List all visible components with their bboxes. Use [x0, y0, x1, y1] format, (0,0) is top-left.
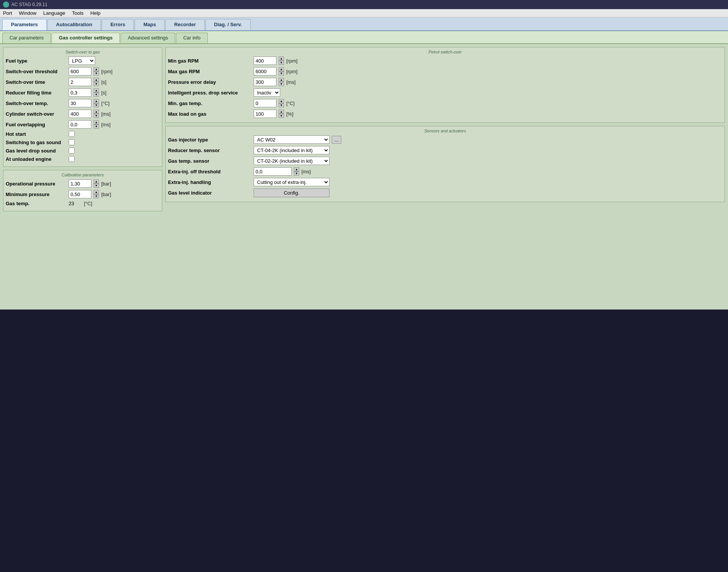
- pressure-error-delay-spin[interactable]: ▲ ▼: [279, 78, 284, 86]
- reducer-filling-time-input[interactable]: [69, 88, 91, 97]
- switch-over-threshold-input[interactable]: 600: [69, 67, 91, 75]
- extra-inj-off-threshold-spin[interactable]: ▲ ▼: [294, 167, 299, 176]
- gas-level-indicator-config-button[interactable]: Config.: [254, 189, 329, 197]
- subtab-car-parameters[interactable]: Car parameters: [2, 33, 51, 43]
- menu-window[interactable]: Window: [19, 10, 36, 16]
- gas-injector-type-row: Gas injector type AC W02 ...: [168, 135, 722, 144]
- switch-over-temp-input[interactable]: [69, 99, 91, 107]
- menu-port[interactable]: Port: [3, 10, 12, 16]
- min-gas-temp-input[interactable]: [254, 99, 276, 107]
- menu-help[interactable]: Help: [90, 10, 100, 16]
- max-load-on-gas-input[interactable]: [254, 110, 276, 118]
- intelligent-press-drop-select[interactable]: Inactiv Active: [254, 88, 280, 97]
- minimum-pressure-spin[interactable]: ▲ ▼: [94, 190, 99, 198]
- subtab-gas-controller-settings[interactable]: Gas controller settings: [52, 33, 120, 43]
- fuel-overlapping-spin[interactable]: ▲ ▼: [94, 120, 99, 129]
- min-gas-rpm-up[interactable]: ▲: [279, 57, 284, 61]
- menu-tools[interactable]: Tools: [72, 10, 83, 16]
- reducer-filling-time-dn[interactable]: ▼: [94, 93, 99, 97]
- pressure-error-delay-up[interactable]: ▲: [279, 78, 284, 82]
- min-gas-rpm-dn[interactable]: ▼: [279, 61, 284, 65]
- operational-pressure-dn[interactable]: ▼: [94, 184, 99, 188]
- cylinder-switch-over-spin[interactable]: ▲ ▼: [94, 110, 99, 118]
- switch-over-temp-up[interactable]: ▲: [94, 99, 99, 103]
- max-gas-rpm-input[interactable]: [254, 67, 276, 75]
- tab-parameters[interactable]: Parameters: [2, 19, 47, 30]
- gas-temp-sensor-select[interactable]: CT-02-2K (included in kit) CT-04-2K (inc…: [254, 157, 329, 165]
- min-gas-temp-spin[interactable]: ▲ ▼: [279, 99, 284, 107]
- operational-pressure-input[interactable]: [69, 179, 91, 188]
- cylinder-switch-over-dn[interactable]: ▼: [94, 114, 99, 118]
- gas-injector-type-dots-button[interactable]: ...: [332, 136, 341, 144]
- hot-start-label: Hot start: [6, 131, 66, 137]
- switch-over-threshold-dn[interactable]: ▼: [94, 71, 99, 75]
- at-unloaded-engine-checkbox[interactable]: [69, 156, 75, 162]
- minimum-pressure-label: Minimum pressure: [6, 192, 66, 197]
- extra-inj-off-threshold-dn[interactable]: ▼: [294, 171, 299, 176]
- subtab-car-info[interactable]: Car info: [176, 33, 208, 43]
- max-load-on-gas-dn[interactable]: ▼: [279, 114, 284, 118]
- reducer-filling-time-up[interactable]: ▲: [94, 88, 99, 93]
- max-gas-rpm-up[interactable]: ▲: [279, 67, 284, 71]
- switch-over-temp-row: Switch-over temp. ▲ ▼ [°C]: [6, 99, 160, 107]
- pressure-error-delay-input[interactable]: [254, 78, 276, 86]
- min-gas-temp-up[interactable]: ▲: [279, 99, 284, 103]
- sensors-and-actuators-section: Sensors and actuators Gas injector type …: [165, 126, 725, 202]
- tab-autocalibration[interactable]: Autocalibration: [47, 19, 101, 30]
- calibration-parameters-section: Calibration parameters Operational press…: [3, 170, 162, 211]
- fuel-overlapping-up[interactable]: ▲: [94, 120, 99, 124]
- max-gas-rpm-row: Max gas RPM ▲ ▼ [rpm]: [168, 67, 722, 75]
- switch-over-threshold-spin[interactable]: ▲ ▼: [94, 67, 99, 75]
- hot-start-checkbox[interactable]: [69, 131, 75, 137]
- gas-temp-row: Gas temp. 23 [°C]: [6, 201, 160, 206]
- max-load-on-gas-unit: [%]: [286, 111, 293, 117]
- switch-over-time-up[interactable]: ▲: [94, 78, 99, 82]
- extra-inj-off-threshold-up[interactable]: ▲: [294, 167, 299, 171]
- fuel-type-select[interactable]: LPG CNG: [69, 57, 95, 65]
- cylinder-switch-over-input[interactable]: [69, 110, 91, 118]
- cylinder-switch-over-up[interactable]: ▲: [94, 110, 99, 114]
- max-load-on-gas-spin[interactable]: ▲ ▼: [279, 110, 284, 118]
- minimum-pressure-dn[interactable]: ▼: [94, 194, 99, 198]
- operational-pressure-spin[interactable]: ▲ ▼: [94, 179, 99, 188]
- switch-over-time-spin[interactable]: ▲ ▼: [94, 78, 99, 86]
- operational-pressure-up[interactable]: ▲: [94, 179, 99, 184]
- minimum-pressure-input[interactable]: [69, 190, 91, 198]
- min-gas-rpm-spin[interactable]: ▲ ▼: [279, 57, 284, 65]
- extra-inj-off-threshold-input[interactable]: [254, 167, 292, 176]
- max-gas-rpm-dn[interactable]: ▼: [279, 71, 284, 75]
- reducer-filling-time-spin[interactable]: ▲ ▼: [94, 88, 99, 97]
- switch-over-temp-spin[interactable]: ▲ ▼: [94, 99, 99, 107]
- gas-level-drop-sound-checkbox[interactable]: [69, 148, 75, 154]
- switch-over-temp-dn[interactable]: ▼: [94, 103, 99, 107]
- gas-injector-type-select[interactable]: AC W02: [254, 135, 329, 144]
- min-gas-rpm-unit: [rpm]: [286, 58, 298, 64]
- menu-language[interactable]: Language: [43, 10, 65, 16]
- switching-gas-sound-checkbox[interactable]: [69, 139, 75, 145]
- min-gas-temp-unit: [°C]: [286, 101, 295, 106]
- switch-over-time-input[interactable]: [69, 78, 91, 86]
- minimum-pressure-up[interactable]: ▲: [94, 190, 99, 194]
- subtab-advanced-settings[interactable]: Advanced settings: [121, 33, 175, 43]
- max-gas-rpm-spin[interactable]: ▲ ▼: [279, 67, 284, 75]
- reducer-temp-sensor-select[interactable]: CT-04-2K (included in kit) CT-02-2K (inc…: [254, 146, 329, 154]
- pressure-error-delay-dn[interactable]: ▼: [279, 82, 284, 86]
- tab-diag-serv[interactable]: Diag. / Serv.: [206, 19, 251, 30]
- extra-inj-handling-select[interactable]: Cutting out of extra-inj. Other: [254, 178, 329, 186]
- minimum-pressure-unit: [bar]: [101, 192, 111, 197]
- left-panel: Switch-over to gas Fuel type LPG CNG Swi…: [3, 47, 162, 306]
- max-load-on-gas-up[interactable]: ▲: [279, 110, 284, 114]
- fuel-overlapping-input[interactable]: [69, 120, 91, 129]
- max-load-on-gas-label: Max load on gas: [168, 111, 251, 117]
- tab-errors[interactable]: Errors: [102, 19, 134, 30]
- min-gas-rpm-input[interactable]: [254, 57, 276, 65]
- min-gas-temp-dn[interactable]: ▼: [279, 103, 284, 107]
- switch-over-time-dn[interactable]: ▼: [94, 82, 99, 86]
- tab-recorder[interactable]: Recorder: [165, 19, 204, 30]
- extra-inj-handling-row: Extra-inj. handling Cutting out of extra…: [168, 178, 722, 186]
- reducer-filling-time-row: Reducer filling time ▲ ▼ [s]: [6, 88, 160, 97]
- tab-maps[interactable]: Maps: [135, 19, 165, 30]
- fuel-overlapping-dn[interactable]: ▼: [94, 124, 99, 129]
- max-load-on-gas-row: Max load on gas ▲ ▼ [%]: [168, 110, 722, 118]
- switch-over-threshold-up[interactable]: ▲: [94, 67, 99, 71]
